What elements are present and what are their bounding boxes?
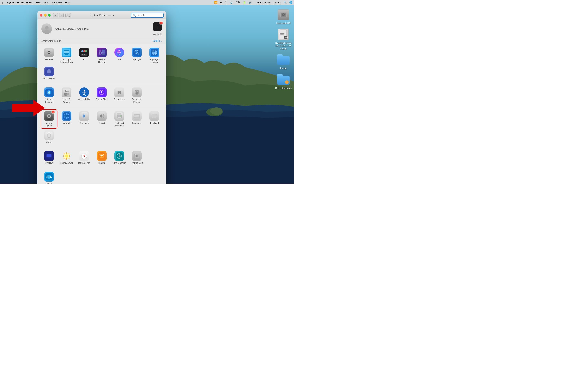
profile-avatar[interactable] (42, 24, 52, 34)
mission-label: Mission Control (95, 58, 109, 63)
pref-network[interactable]: Network (59, 110, 74, 128)
search-menu-icon[interactable]: 🔍 (283, 1, 287, 4)
svg-rect-15 (280, 34, 284, 35)
wifi-icon: 📶 (214, 1, 217, 4)
menu-view[interactable]: View (43, 1, 49, 4)
svg-rect-105 (134, 115, 135, 115)
svg-rect-27 (64, 54, 66, 54)
back-button[interactable]: ‹ (53, 13, 58, 17)
pref-timemachine[interactable]: Time Machine (112, 150, 127, 166)
svg-rect-45 (102, 54, 105, 55)
menubar-right: 📶 ✱ ⏱ 📡 24% 🔋 🔊 Thu 12:28 PM Admin 🔍 🌐 (214, 1, 292, 4)
pref-energy[interactable]: Energy Saver (59, 150, 74, 166)
svg-point-11 (283, 15, 284, 15)
svg-rect-26 (64, 51, 69, 53)
trackpad-label: Trackpad (150, 122, 159, 124)
details-link[interactable]: Details... (152, 40, 162, 42)
timemachine-icon (114, 151, 124, 161)
apple-id-label: Apple ID (153, 33, 162, 35)
pref-users[interactable]: Users & Groups (59, 86, 74, 105)
pref-datetime[interactable]: 18 Date & Time (76, 150, 92, 166)
desktop-icon-relocated[interactable]: ! Relocated Items (275, 73, 292, 90)
pref-mouse[interactable]: Mouse (41, 129, 57, 145)
pref-sound[interactable]: Sound (94, 110, 109, 128)
desktop-icon-dmg[interactable]: DMG BlueStacksInstaller_4.210....f735.dm… (275, 28, 292, 50)
datetime-label: Date & Time (78, 162, 90, 164)
pref-accessibility[interactable]: Accessibility (76, 86, 92, 105)
mission-icon (97, 48, 107, 57)
svg-rect-34 (85, 50, 87, 52)
bluetooth-label: Bluetooth (80, 122, 89, 124)
app-name[interactable]: System Preferences (7, 1, 32, 4)
spotlight-label: Spotlight (133, 58, 141, 61)
pref-notifications[interactable]: Notifications (41, 66, 57, 81)
nav-buttons: ‹ › (53, 13, 71, 17)
pref-extensions[interactable]: Extensions (112, 86, 127, 105)
apple-menu-icon[interactable]:  (2, 1, 3, 4)
svg-point-92 (66, 116, 67, 116)
profile-right:  1 Apple ID (153, 22, 162, 35)
pref-mission[interactable]: Mission Control (94, 46, 109, 65)
menu-help[interactable]: Help (65, 1, 70, 4)
svg-rect-110 (134, 116, 135, 117)
notifications-label: Notifications (43, 77, 55, 80)
svg-line-132 (69, 158, 69, 159)
pref-mysql[interactable]: MySQL MySQL (41, 171, 57, 184)
grid-view-button[interactable] (65, 13, 71, 17)
pref-printers[interactable]: Printers & Scanners (112, 110, 127, 128)
pref-screentime[interactable]: Screen Time (94, 86, 109, 105)
close-button[interactable] (40, 14, 43, 17)
pref-security[interactable]: Security & Privacy (129, 86, 145, 105)
pref-startup[interactable]: Startup Disk (129, 150, 145, 166)
apple-id-icon[interactable]:  1 (153, 22, 162, 31)
pref-desktop[interactable]: Desktop & Screen Saver (59, 46, 74, 65)
prefs-grid-4: Displays (41, 150, 163, 166)
pref-bluetooth[interactable]: Bluetooth (76, 110, 92, 128)
profile-left: Apple ID, Media & App Store (42, 24, 89, 34)
svg-text:DMG: DMG (285, 37, 288, 39)
svg-rect-108 (138, 115, 138, 115)
menu-edit[interactable]: Edit (35, 1, 40, 4)
svg-rect-44 (99, 54, 101, 55)
svg-rect-42 (101, 52, 103, 54)
menu-window[interactable]: Window (52, 1, 62, 4)
prefs-section-1: General D (37, 44, 166, 84)
softwareupdate-label: Software Update (42, 122, 56, 127)
desktop-icon-photos[interactable]: Photos (275, 53, 292, 70)
maximize-button[interactable] (48, 14, 51, 17)
pref-keyboard[interactable]: Keyboard (129, 110, 145, 128)
svg-point-51 (135, 51, 138, 53)
pref-language[interactable]: Language & Region (147, 46, 162, 65)
timemachine-label: Time Machine (112, 162, 126, 164)
dock-label: Dock (82, 58, 86, 61)
svg-point-19 (45, 26, 49, 30)
search-bar[interactable]: 🔍 (131, 13, 164, 18)
photos-folder-icon (277, 54, 290, 65)
pref-displays[interactable]: Displays (41, 150, 57, 166)
desktop-icon-macintosh-hd[interactable]: Macintosh HD (275, 8, 292, 25)
language-label: Language & Region (147, 58, 161, 63)
pref-trackpad[interactable]: Trackpad (147, 110, 162, 128)
red-arrow-annotation (12, 100, 45, 116)
svg-rect-101 (118, 116, 119, 117)
sound-label: Sound (99, 122, 105, 124)
svg-point-87 (48, 115, 50, 117)
clock: Thu 12:28 PM (254, 1, 271, 4)
relocated-folder-icon: ! (277, 74, 290, 85)
search-input[interactable] (137, 14, 162, 17)
profile-name[interactable]: Apple ID, Media & App Store (55, 27, 89, 30)
pref-spotlight[interactable]: Spotlight (129, 46, 145, 65)
pref-siri[interactable]: Siri (112, 46, 127, 65)
pref-sharing[interactable]: Sharing (94, 150, 109, 166)
minimize-button[interactable] (44, 14, 47, 17)
svg-rect-113 (138, 116, 138, 117)
prefs-section-3: 1 Software Update (37, 108, 166, 147)
svg-rect-32 (81, 50, 83, 52)
startup-icon (132, 151, 142, 161)
svg-rect-137 (83, 154, 85, 154)
pref-dock[interactable]: Dock (76, 46, 92, 65)
siri-icon[interactable]: 🌐 (289, 1, 292, 4)
pref-general[interactable]: General (41, 46, 57, 65)
forward-button[interactable]: › (59, 13, 64, 17)
svg-point-66 (65, 90, 67, 92)
